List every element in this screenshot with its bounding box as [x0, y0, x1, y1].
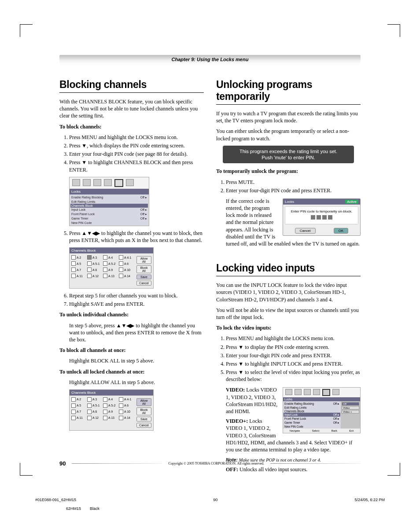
heading-unlocking-temporarily: Unlocking programs temporarily: [216, 79, 361, 103]
footer-rule: [270, 463, 361, 464]
locks-menu-icon: [114, 179, 123, 187]
menu-icon-row: [70, 177, 149, 189]
subhead-temp-unlock: To temporarily unlock the program:: [216, 168, 361, 175]
locks-menu-icon: [322, 389, 330, 396]
channel-grid: A 2 A 3 A 4 A 4-1 A 5 A 5-1 A 5-2 A 6: [70, 396, 135, 430]
down-arrow-icon: ▼: [81, 143, 87, 149]
step: Press MENU and highlight the LOCKS menu …: [226, 335, 361, 342]
subhead-unlock-individual: To unlock individual channels:: [59, 311, 204, 318]
menu-icon: [104, 179, 112, 186]
menu-icon: [295, 389, 302, 395]
nav-arrows-icon: ▲▼◀▶: [116, 322, 135, 329]
desc-off: OFF: Unlocks all video input sources.: [216, 466, 361, 473]
pin-boxes: [287, 215, 356, 220]
cb-title: Channels Block: [70, 390, 153, 396]
crop-mark: [387, 24, 400, 37]
down-arrow-icon: ▼: [81, 159, 87, 165]
body-text: You can either unlock the program tempor…: [216, 128, 361, 142]
crop-mark: [20, 463, 33, 476]
body-text: You will not be able to view the input s…: [216, 307, 361, 321]
step: Press ▼ to select the level of video inp…: [226, 369, 361, 383]
step: Highlight SAVE and press ENTER.: [69, 300, 204, 308]
job-id: #01E088-091_62HM15: [35, 498, 76, 502]
crop-mark: [20, 24, 33, 37]
block-all-button: Block All: [136, 407, 151, 415]
allow-all-button: Allow All: [136, 398, 151, 406]
step: Press ▼ to highlight CHANNELS BLOCK and …: [69, 159, 204, 173]
color-plate: Black: [90, 506, 99, 511]
page-number: 90: [59, 460, 66, 467]
step: Press ▼ to display the PIN code entering…: [226, 344, 361, 351]
step: Enter your four-digit PIN code (see page…: [69, 150, 204, 158]
job-page: 90: [213, 498, 217, 502]
printer-info-2: 62HM15 Black: [66, 506, 99, 511]
cb-side-buttons: Allow All Block All Save Cancel: [135, 253, 153, 288]
down-arrow-icon: ▼: [238, 369, 243, 375]
rule: [59, 92, 204, 93]
block-steps-cont: Press ▲▼◀▶ to highlight the channel you …: [59, 230, 204, 244]
block-steps: Press MENU and highlight the LOCKS menu …: [59, 134, 204, 173]
down-arrow-icon: ▼: [238, 361, 243, 367]
subhead-lock-video-inputs: To lock the video inputs:: [216, 324, 361, 331]
input-lock-screenshot: Locks Enable Rating BlockingOff ▸ Edit R…: [283, 387, 361, 433]
ok-button: OK: [334, 228, 349, 234]
lock-video-steps: Press MENU and highlight the LOCKS menu …: [216, 335, 361, 383]
page-footer: 90 Copyright © 2005 TOSHIBA CORPORATION.…: [59, 460, 361, 467]
right-column: Unlocking programs temporarily If you tr…: [216, 79, 361, 476]
down-arrow-icon: ▼: [238, 344, 243, 350]
channels-block-screenshot: Channels Block A 2 A 3 A 4 A 4-1 A 5 A 5…: [69, 247, 154, 289]
rule: [216, 276, 361, 276]
menu-icon: [332, 389, 339, 395]
locks-menu-screenshot: Locks Enable Rating BlockingOff ▸ Edit R…: [69, 177, 149, 226]
footer-rule: [72, 463, 162, 464]
model-number: 62HM15: [66, 506, 81, 511]
step: Enter your four-digit PIN code and press…: [226, 352, 361, 359]
step: Enter your four-digit PIN code and press…: [226, 187, 361, 194]
job-timestamp: 5/24/05, 6:22 PM: [354, 498, 385, 502]
left-column: Blocking channels With the CHANNELS BLOC…: [59, 79, 204, 476]
body-text: If you try to watch a TV program that ex…: [216, 110, 361, 124]
osd-message: This program exceeds the rating limit yo…: [223, 146, 354, 164]
menu-icon: [83, 179, 91, 186]
body-text: Highlight BLOCK ALL in step 5 above.: [59, 357, 204, 364]
cancel-button: Cancel: [136, 423, 151, 428]
crop-mark: [387, 463, 400, 476]
menu-title: Locks: [70, 189, 149, 194]
cb-title: Channels Block: [70, 248, 153, 253]
menu-icon: [313, 389, 320, 395]
menu-icon: [72, 179, 80, 186]
subhead-block-channels: To block channels:: [59, 123, 204, 130]
menu-icon: [126, 179, 134, 186]
save-button: Save: [136, 275, 151, 279]
body-text: You can use the INPUT LOCK feature to lo…: [216, 282, 361, 303]
block-steps-cont2: Repeat step 5 for other channels you wan…: [59, 292, 204, 308]
subhead-block-all: To block all channels at once:: [59, 347, 204, 354]
body-text: Highlight ALLOW ALL in step 5 above.: [59, 379, 204, 386]
step: Press ▼, which displays the PIN code ent…: [69, 142, 204, 149]
subhead-unlock-all: To unlock all locked channels at once:: [59, 368, 204, 375]
channel-grid: A 2 A 3 A 4 A 4-1 A 5 A 5-1 A 5-2 A 6: [70, 253, 135, 288]
step: Press MENU and highlight the LOCKS menu …: [69, 134, 204, 141]
highlighted-item: Channels Block: [70, 204, 148, 208]
rule: [216, 104, 361, 105]
option-video-plus: Video +: [342, 410, 359, 414]
step: Repeat step 5 for other channels you wan…: [69, 292, 204, 299]
copyright: Copyright © 2005 TOSHIBA CORPORATION. Al…: [168, 462, 264, 465]
heading-blocking-channels: Blocking channels: [59, 79, 204, 91]
option-video: Video: [342, 406, 359, 410]
menu-list: Enable Rating BlockingOff ▸ Edit Rating …: [70, 194, 149, 226]
chapter-header: Chapter 9: Using the Locks menu: [59, 55, 361, 65]
active-badge: Active: [345, 200, 358, 204]
intro-text: With the CHANNELS BLOCK feature, you can…: [59, 98, 204, 120]
cancel-button: Cancel: [136, 281, 151, 286]
manual-page: Chapter 9: Using the Locks menu Blocking…: [0, 0, 420, 524]
pin-message: Enter PIN code to temporarily un-block.: [287, 209, 356, 213]
highlighted-item: Input LockOff ▸: [284, 413, 340, 417]
channels-block-screenshot: Channels Block A 2 A 3 A 4 A 4-1 A 5 A 5…: [69, 389, 154, 431]
menu-icon: [285, 389, 292, 395]
step: Press ▲▼◀▶ to highlight the channel you …: [69, 230, 204, 244]
temp-unlock-steps: Press MUTE. Enter your four-digit PIN co…: [216, 179, 361, 194]
block-all-button: Block All: [136, 265, 151, 273]
menu-icon: [93, 179, 101, 186]
checked-box-icon: [87, 255, 92, 260]
